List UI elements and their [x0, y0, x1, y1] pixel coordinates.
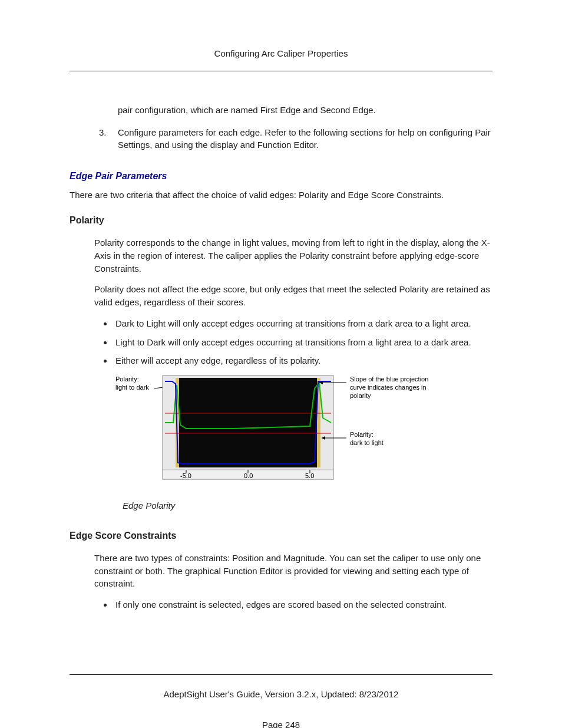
- polarity-bullet-list: Dark to Light will only accept edges occ…: [113, 317, 487, 367]
- polarity-para-1: Polarity corresponds to the change in li…: [94, 236, 492, 275]
- annotation-top-right-line3: polarity: [350, 392, 371, 399]
- axis-label-neg5: -5.0: [180, 472, 191, 479]
- subsection-polarity: Polarity: [70, 213, 492, 227]
- annotation-bot-right-line2: dark to light: [350, 439, 384, 446]
- axis-label-pos5: 5.0: [305, 472, 314, 479]
- step-text: Configure parameters for each edge. Refe…: [118, 126, 492, 152]
- polarity-bullet-1: Dark to Light will only accept edges occ…: [113, 317, 487, 330]
- polarity-para-2: Polarity does not affect the edge score,…: [94, 283, 492, 309]
- polarity-bullet-3: Either will accept any edge, regardless …: [113, 354, 487, 367]
- footer-guide-line: AdeptSight User's Guide, Version 3.2.x, …: [70, 688, 492, 701]
- polarity-bullet-2: Light to Dark will only accept edges occ…: [113, 336, 487, 349]
- subsection-edge-score-constraints: Edge Score Constraints: [70, 529, 492, 542]
- figure-caption: Edge Polarity: [123, 499, 492, 512]
- plot-right-margin: [320, 378, 331, 467]
- page-number: Page 248: [70, 719, 492, 728]
- annotation-left-line2: light to dark: [115, 384, 149, 391]
- plot-dark-region: [179, 378, 317, 467]
- edge-pair-intro: There are two criteria that affect the c…: [70, 189, 492, 202]
- edge-score-bullet-1: If only one constraint is selected, edge…: [113, 598, 487, 611]
- polarity-diagram-svg: Polarity: light to dark -5.0: [115, 373, 445, 485]
- step-number: 3.: [99, 126, 118, 152]
- axis-label-0: 0.0: [244, 472, 253, 479]
- annotation-left-line1: Polarity:: [115, 375, 139, 383]
- annotation-bot-right-line1: Polarity:: [350, 431, 373, 438]
- edge-score-para-1: There are two types of constraints: Posi…: [94, 552, 492, 590]
- edge-score-bullet-list: If only one constraint is selected, edge…: [113, 598, 487, 611]
- page-header: Configuring Arc Caliper Properties: [70, 47, 492, 71]
- numbered-step-3: 3. Configure parameters for each edge. R…: [99, 126, 492, 152]
- annotation-top-right-line1: Slope of the blue projection: [350, 375, 428, 383]
- figure-edge-polarity: Polarity: light to dark -5.0: [115, 373, 492, 489]
- annotation-top-right-line2: curve indicates changes in: [350, 384, 427, 391]
- page-footer: AdeptSight User's Guide, Version 3.2.x, …: [70, 674, 492, 701]
- orphan-continuation-line: pair configuration, which are named Firs…: [118, 104, 492, 117]
- section-edge-pair-parameters: Edge Pair Parameters: [70, 169, 492, 183]
